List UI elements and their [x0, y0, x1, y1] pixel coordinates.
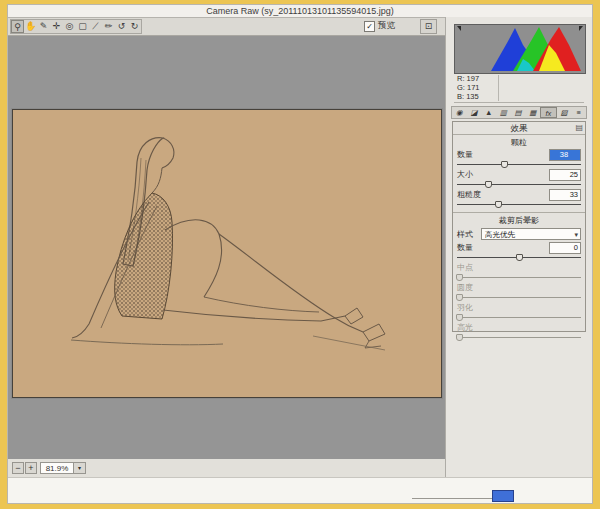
rgb-divider [498, 75, 499, 101]
grain-amount-row: 数量 38 [457, 149, 581, 161]
slider-handle[interactable] [495, 201, 502, 208]
vignette-style-label: 样式 [457, 230, 473, 239]
sketch-figure [13, 110, 441, 397]
title-bar: Camera Raw (sy_20111013101135594015.jpg) [8, 5, 592, 17]
vignette-highlights-slider [457, 334, 581, 341]
photo-canvas[interactable] [12, 109, 442, 398]
zoom-level-select[interactable]: 81.9% ▾ [40, 462, 86, 474]
vignette-roundness-row: 圆度 [457, 282, 581, 294]
tab-presets-icon[interactable]: ≡ [571, 107, 586, 118]
vignette-highlights-row: 高光 [457, 322, 581, 334]
tab-split-toning-icon[interactable]: ▤ [511, 107, 526, 118]
tab-detail-icon[interactable]: ▲ [481, 107, 496, 118]
vignette-section-header: 裁剪后晕影 [453, 216, 585, 226]
tab-effects-icon[interactable]: fx [540, 107, 557, 118]
vignette-midpoint-label: 中点 [457, 262, 473, 274]
vignette-style-dropdown[interactable]: 高光优先 ▾ [481, 228, 581, 240]
image-preview-area[interactable] [8, 36, 445, 459]
window-title: Camera Raw (sy_20111013101135594015.jpg) [206, 6, 394, 16]
bottom-bar [8, 477, 592, 503]
section-divider [453, 212, 585, 213]
grain-size-row: 大小 25 [457, 169, 581, 181]
tool-strip: ⚲ ✋ ✎ ✛ ◎ ▢ ⟋ ✏ ↺ ↻ [10, 19, 142, 34]
zoom-out-button[interactable]: − [12, 462, 24, 474]
targeted-adjustment-tool-icon[interactable]: ◎ [63, 20, 76, 33]
vignette-style-row: 样式 高光优先 ▾ [457, 228, 581, 241]
grain-roughness-label: 粗糙度 [457, 189, 481, 201]
zoom-level-value: 81.9% [41, 463, 73, 475]
panel-title: 效果 [511, 123, 528, 133]
slider-handle [456, 294, 463, 301]
grain-section-header: 颗粒 [453, 138, 585, 148]
grain-amount-label: 数量 [457, 149, 473, 161]
vignette-roundness-slider [457, 294, 581, 301]
bottom-right-button-fragment[interactable] [492, 490, 514, 502]
rgb-g-value: G: 171 [454, 83, 584, 92]
rgb-b-value: B: 135 [454, 92, 584, 101]
bottom-divider-line [412, 498, 492, 499]
grain-amount-slider[interactable] [457, 161, 581, 168]
toolbar: ⚲ ✋ ✎ ✛ ◎ ▢ ⟋ ✏ ↺ ↻ ✓ 预览 ⊡ [8, 17, 445, 36]
spot-removal-tool-icon[interactable]: ✏ [102, 20, 115, 33]
preview-label: 预览 [378, 20, 395, 32]
grain-roughness-input[interactable]: 33 [549, 189, 581, 201]
vignette-amount-row: 数量 0 [457, 242, 581, 254]
tab-camera-calibration-icon[interactable]: ▧ [557, 107, 572, 118]
vignette-midpoint-slider [457, 274, 581, 281]
slider-handle [456, 334, 463, 341]
adjustment-tabs: ◉ ◪ ▲ ▥ ▤ ▦ fx ▧ ≡ [451, 106, 587, 119]
tab-tone-curve-icon[interactable]: ◪ [467, 107, 482, 118]
left-column: ⚲ ✋ ✎ ✛ ◎ ▢ ⟋ ✏ ↺ ↻ ✓ 预览 ⊡ [8, 17, 446, 477]
slider-handle[interactable] [485, 181, 492, 188]
color-sampler-tool-icon[interactable]: ✛ [50, 20, 63, 33]
rgb-r-value: R: 197 [454, 74, 584, 83]
histogram-chart [455, 25, 583, 71]
grain-roughness-row: 粗糙度 33 [457, 189, 581, 201]
grain-roughness-slider[interactable] [457, 201, 581, 208]
slider-handle[interactable] [516, 254, 523, 261]
crop-tool-icon[interactable]: ▢ [76, 20, 89, 33]
vignette-highlights-label: 高光 [457, 322, 473, 334]
rotate-right-icon[interactable]: ↻ [128, 20, 141, 33]
hand-tool-icon[interactable]: ✋ [24, 20, 37, 33]
straighten-tool-icon[interactable]: ⟋ [89, 20, 102, 33]
rotate-left-icon[interactable]: ↺ [115, 20, 128, 33]
camera-raw-window: Camera Raw (sy_20111013101135594015.jpg)… [0, 0, 600, 509]
vignette-amount-label: 数量 [457, 242, 473, 254]
highlight-clipping-icon[interactable] [579, 26, 583, 31]
fullscreen-toggle-icon[interactable]: ⊡ [420, 19, 437, 34]
tab-hsl-grayscale-icon[interactable]: ▥ [496, 107, 511, 118]
tab-lens-corrections-icon[interactable]: ▦ [525, 107, 540, 118]
dropdown-arrow-icon: ▾ [574, 229, 578, 240]
grain-amount-input[interactable]: 38 [549, 149, 581, 161]
histogram [454, 24, 586, 74]
camera-raw-dialog: Camera Raw (sy_20111013101135594015.jpg)… [7, 4, 593, 504]
slider-handle [456, 314, 463, 321]
tab-basic-icon[interactable]: ◉ [452, 107, 467, 118]
panel-title-bar: 效果 ▤ [453, 122, 585, 135]
vignette-roundness-label: 圆度 [457, 282, 473, 294]
zoom-in-button[interactable]: + [25, 462, 37, 474]
effects-panel: 效果 ▤ 颗粒 数量 38 大小 25 [452, 121, 586, 332]
vignette-feather-slider [457, 314, 581, 321]
vignette-midpoint-row: 中点 [457, 262, 581, 274]
right-panel: R: 197 G: 171 B: 135 ◉ ◪ ▲ ▥ ▤ ▦ fx ▧ ≡ … [446, 17, 592, 477]
rgb-readout: R: 197 G: 171 B: 135 [454, 74, 584, 103]
slider-handle [456, 274, 463, 281]
grain-size-slider[interactable] [457, 181, 581, 188]
grain-size-input[interactable]: 25 [549, 169, 581, 181]
zoom-dropdown-arrow-icon[interactable]: ▾ [73, 463, 85, 473]
shadow-clipping-icon[interactable] [457, 26, 461, 31]
grain-size-label: 大小 [457, 169, 473, 181]
vignette-feather-row: 羽化 [457, 302, 581, 314]
vignette-feather-label: 羽化 [457, 302, 473, 314]
slider-handle[interactable] [501, 161, 508, 168]
vignette-amount-input[interactable]: 0 [549, 242, 581, 254]
vignette-style-value: 高光优先 [485, 230, 515, 239]
vignette-amount-slider[interactable] [457, 254, 581, 261]
preview-checkbox[interactable]: ✓ 预览 [364, 20, 395, 32]
white-balance-tool-icon[interactable]: ✎ [37, 20, 50, 33]
panel-menu-icon[interactable]: ▤ [575, 123, 583, 133]
checkbox-check-icon[interactable]: ✓ [364, 21, 375, 32]
zoom-tool-icon[interactable]: ⚲ [11, 20, 24, 33]
